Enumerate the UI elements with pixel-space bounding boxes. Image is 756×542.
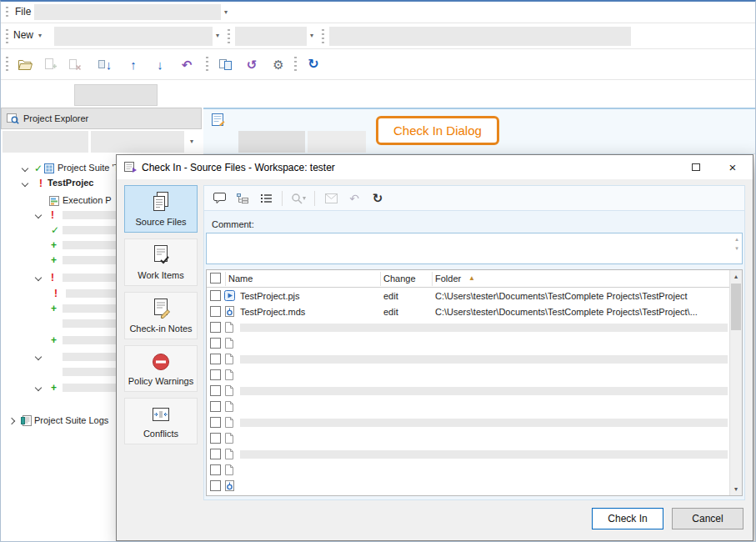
placeholder-row[interactable]	[207, 462, 729, 478]
placeholder-row[interactable]	[207, 430, 729, 446]
row-checkbox[interactable]	[210, 385, 221, 396]
logs-icon	[21, 415, 32, 426]
row-checkbox[interactable]	[210, 354, 221, 364]
menubar-grip-handle[interactable]	[6, 7, 8, 18]
row-checkbox[interactable]	[210, 290, 221, 301]
tree-view-button[interactable]	[233, 188, 253, 208]
column-header-name[interactable]: Name	[228, 274, 253, 284]
placeholder-row[interactable]	[207, 478, 729, 494]
column-separator[interactable]	[380, 272, 381, 286]
row-checkbox[interactable]	[210, 417, 221, 428]
refresh-button[interactable]: ↻	[303, 53, 324, 75]
placeholder-row[interactable]	[207, 414, 729, 430]
compare-button[interactable]	[214, 53, 236, 75]
file-icon	[224, 338, 234, 349]
placeholder-row[interactable]	[207, 319, 729, 335]
maximize-button[interactable]	[678, 155, 714, 178]
chevron-right-icon[interactable]	[8, 418, 15, 424]
row-checkbox[interactable]	[210, 306, 221, 317]
check-in-button-toolbar[interactable]: ↓	[94, 53, 116, 75]
send-button[interactable]	[321, 188, 341, 208]
toolbar-grip-handle[interactable]	[6, 29, 8, 43]
toolbar-grip-handle[interactable]	[322, 29, 324, 43]
chevron-down-icon[interactable]: ▾	[216, 33, 219, 39]
new-dropdown-icon[interactable]: ▾	[38, 33, 42, 39]
comment-toggle-button[interactable]	[209, 188, 229, 208]
column-header-change[interactable]: Change	[383, 274, 416, 284]
new-button[interactable]: New	[13, 29, 33, 41]
check-out-button[interactable]: ↑	[123, 53, 144, 75]
placeholder-row[interactable]	[207, 351, 729, 367]
row-checkbox[interactable]	[210, 449, 221, 459]
comment-scroll-arrows[interactable]: ▴ ▾	[733, 234, 741, 263]
chevron-down-icon[interactable]	[22, 165, 28, 172]
row-checkbox[interactable]	[210, 338, 221, 349]
comment-input[interactable]	[206, 233, 743, 264]
chevron-down-icon[interactable]	[35, 274, 42, 281]
close-button[interactable]: ×	[714, 155, 751, 178]
form-editor-icon[interactable]	[212, 113, 225, 127]
column-separator[interactable]	[225, 272, 226, 286]
placeholder-row[interactable]	[207, 399, 729, 414]
undo-icon: ↶	[182, 58, 193, 71]
vertical-scrollbar[interactable]: ▴ ▾	[729, 270, 742, 495]
tab-check-in-notes[interactable]: Check-in Notes	[124, 292, 198, 339]
column-separator[interactable]	[432, 272, 433, 286]
scroll-up-icon[interactable]: ▴	[730, 270, 742, 283]
chevron-down-icon[interactable]	[35, 212, 42, 218]
tab-policy-warnings[interactable]: Policy Warnings	[124, 345, 198, 392]
source-control-options-button[interactable]: ⚙	[268, 53, 289, 75]
find-button[interactable]: ▾	[288, 188, 308, 208]
toolbar-grip-handle[interactable]	[206, 57, 208, 71]
file-change: edit	[383, 307, 398, 317]
tab-conflicts[interactable]: Conflicts	[124, 398, 198, 444]
tab-label: Policy Warnings	[127, 376, 195, 387]
undo-checkout-button[interactable]: ↶	[176, 53, 198, 75]
toolbar-grip-handle[interactable]	[6, 57, 8, 71]
chevron-down-icon[interactable]: ▾	[190, 138, 193, 145]
dialog-titlebar[interactable]: Check In - Source Files - Workspace: tes…	[117, 155, 753, 179]
file-row[interactable]: TestProject.pjs edit C:\Users\tester\Doc…	[207, 288, 729, 304]
cancel-button[interactable]: Cancel	[672, 508, 743, 529]
menu-file[interactable]: File	[15, 6, 31, 18]
add-to-source-control-button[interactable]	[39, 53, 61, 75]
modified-mark: !	[51, 271, 54, 284]
chevron-down-icon[interactable]: ▾	[310, 33, 313, 39]
undo-button[interactable]: ↶	[344, 188, 364, 208]
history-button[interactable]: ↺	[241, 53, 263, 75]
row-checkbox[interactable]	[210, 369, 221, 380]
placeholder-row[interactable]	[207, 367, 729, 383]
unbind-source-control-button[interactable]	[64, 53, 86, 75]
chevron-down-icon[interactable]	[22, 180, 28, 187]
redacted-text	[240, 450, 728, 459]
scroll-down-icon[interactable]: ▾	[733, 243, 741, 253]
chevron-down-icon[interactable]: ▾	[224, 9, 228, 16]
row-checkbox[interactable]	[210, 433, 221, 444]
scroll-down-icon[interactable]: ▾	[730, 483, 742, 495]
refresh-list-button[interactable]: ↻	[368, 188, 388, 208]
file-row[interactable]: TestProject.mds edit C:\Users\tester\Doc…	[207, 304, 729, 319]
column-header-folder[interactable]: Folder	[435, 274, 461, 284]
row-checkbox[interactable]	[210, 401, 221, 412]
placeholder-row[interactable]	[207, 383, 729, 399]
check-in-button[interactable]: Check In	[592, 508, 663, 529]
scroll-up-icon[interactable]: ▴	[733, 234, 741, 243]
added-mark: +	[51, 381, 57, 394]
placeholder-row[interactable]	[207, 335, 729, 351]
toolbar-grip-handle[interactable]	[294, 57, 297, 71]
chevron-down-icon[interactable]	[35, 384, 42, 391]
tab-source-files[interactable]: Source Files	[124, 185, 198, 233]
select-all-checkbox[interactable]	[210, 273, 221, 284]
project-explorer-header[interactable]: Project Explorer	[1, 108, 202, 129]
row-checkbox[interactable]	[210, 480, 221, 491]
row-checkbox[interactable]	[210, 464, 221, 475]
flat-view-button[interactable]	[256, 188, 276, 208]
tab-work-items[interactable]: Work Items	[124, 238, 198, 286]
row-checkbox[interactable]	[210, 322, 221, 333]
toolbar-grip-handle[interactable]	[228, 29, 230, 43]
open-from-source-control-button[interactable]	[14, 53, 36, 75]
scroll-thumb[interactable]	[731, 284, 741, 330]
chevron-down-icon[interactable]	[35, 354, 42, 360]
placeholder-row[interactable]	[207, 446, 729, 462]
get-latest-button[interactable]: ↓	[149, 53, 171, 75]
